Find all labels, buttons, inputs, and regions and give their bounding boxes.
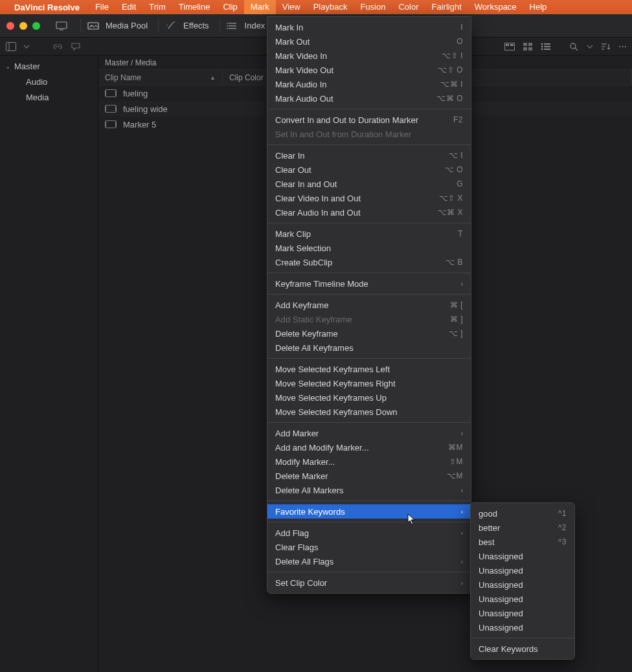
menu-item-unassigned[interactable]: Unassigned: [471, 592, 574, 606]
maximize-window-button[interactable]: [32, 22, 40, 30]
menu-edit[interactable]: Edit: [115, 0, 142, 14]
menu-fusion[interactable]: Fusion: [354, 0, 392, 14]
app-name[interactable]: DaVinci Resolve: [14, 3, 80, 12]
menu-item-delete-keyframe[interactable]: Delete Keyframe⌥ ]: [267, 326, 471, 341]
menu-trim[interactable]: Trim: [142, 0, 172, 14]
menu-item-create-subclip[interactable]: Create SubClip⌥ B: [267, 255, 471, 269]
menu-item-mark-selection[interactable]: Mark Selection: [267, 241, 471, 255]
shortcut: ⌥ B: [446, 258, 463, 267]
sort-asc-icon: ▲: [210, 74, 216, 81]
menu-clip[interactable]: Clip: [216, 0, 243, 14]
menu-view[interactable]: View: [276, 0, 307, 14]
menu-separator: [267, 500, 471, 501]
menu-item-convert-in-and-out-to-duration-marker[interactable]: Convert In and Out to Duration MarkerF2: [267, 113, 471, 127]
menu-item-move-selected-keyframes-up[interactable]: Move Selected Keyframes Up: [267, 390, 471, 405]
minimize-window-button[interactable]: [19, 22, 27, 30]
menu-item-delete-all-keyframes[interactable]: Delete All Keyframes: [267, 341, 471, 355]
chevron-down-icon[interactable]: [23, 41, 30, 52]
view-grid-button[interactable]: [522, 41, 534, 52]
menu-item-favorite-keywords[interactable]: Favorite Keywords›: [267, 504, 471, 519]
menu-item-keyframe-timeline-mode[interactable]: Keyframe Timeline Mode›: [267, 276, 471, 291]
menu-item-add-and-modify-marker[interactable]: Add and Modify Marker...⌘M: [267, 440, 471, 454]
menu-item-clear-video-in-and-out[interactable]: Clear Video In and Out⌥⇧ X: [267, 191, 471, 205]
menu-workspace[interactable]: Workspace: [468, 0, 523, 14]
menu-item-better[interactable]: better^2: [471, 521, 574, 535]
menu-item-mark-out[interactable]: Mark OutO: [267, 34, 471, 49]
menu-item-label: Clear Flags: [275, 543, 318, 552]
chevron-right-icon: ›: [461, 558, 463, 565]
menu-item-good[interactable]: good^1: [471, 506, 574, 521]
link-icon[interactable]: [52, 41, 63, 52]
menu-item-add-marker[interactable]: Add Marker›: [267, 426, 471, 440]
menubar: DaVinci Resolve FileEditTrimTimelineClip…: [0, 0, 632, 14]
menu-item-label: Mark Out: [275, 37, 310, 47]
menu-item-unassigned[interactable]: Unassigned: [471, 606, 574, 620]
menu-mark[interactable]: Mark: [244, 0, 276, 14]
menu-item-mark-in[interactable]: Mark InI: [267, 20, 471, 34]
sidebar-item-media[interactable]: Media: [0, 89, 98, 105]
menu-item-delete-all-markers[interactable]: Delete All Markers›: [267, 483, 471, 497]
menu-timeline[interactable]: Timeline: [172, 0, 217, 14]
close-window-button[interactable]: [6, 22, 14, 30]
menu-item-set-clip-color[interactable]: Set Clip Color›: [267, 576, 471, 590]
favorite-keywords-submenu: good^1better^2best^3UnassignedUnassigned…: [470, 502, 575, 660]
sidebar-item-audio[interactable]: Audio: [0, 74, 98, 89]
menu-item-mark-video-out[interactable]: Mark Video Out⌥⇧ O: [267, 63, 471, 77]
menu-item-mark-audio-in[interactable]: Mark Audio In⌥⌘ I: [267, 77, 471, 91]
view-list-button[interactable]: [540, 41, 552, 52]
menu-item-add-keyframe[interactable]: Add Keyframe⌘ [: [267, 298, 471, 312]
menu-item-label: Set Clip Color: [275, 578, 327, 588]
sort-button[interactable]: [600, 41, 611, 52]
menu-item-unassigned[interactable]: Unassigned: [471, 549, 574, 563]
menu-separator: [267, 522, 471, 522]
menu-item-modify-marker[interactable]: Modify Marker...⇧M: [267, 454, 471, 469]
menu-item-delete-marker[interactable]: Delete Marker⌥M: [267, 469, 471, 483]
menu-help[interactable]: Help: [523, 0, 554, 14]
bin-sidebar: ⌄ Master AudioMedia: [0, 56, 98, 672]
menu-item-mark-audio-out[interactable]: Mark Audio Out⌥⌘ O: [267, 91, 471, 106]
menu-item-add-flag[interactable]: Add Flag›: [267, 526, 471, 540]
menu-fairlight[interactable]: Fairlight: [425, 0, 468, 14]
menu-item-clear-keywords[interactable]: Clear Keywords: [471, 642, 574, 656]
menu-playback[interactable]: Playback: [307, 0, 354, 14]
menu-item-clear-in-and-out[interactable]: Clear In and OutG: [267, 177, 471, 191]
menu-separator: [267, 422, 471, 423]
menu-item-mark-video-in[interactable]: Mark Video In⌥⇧ I: [267, 49, 471, 63]
menu-item-label: Mark In: [275, 23, 303, 32]
menu-item-best[interactable]: best^3: [471, 535, 574, 549]
chevron-down-icon: ⌄: [5, 63, 13, 70]
chevron-down-icon[interactable]: [587, 41, 593, 52]
menu-item-unassigned[interactable]: Unassigned: [471, 577, 574, 592]
svg-rect-10: [6, 42, 16, 50]
chat-icon[interactable]: [70, 41, 82, 52]
sidebar-item-master[interactable]: ⌄ Master: [0, 58, 98, 74]
chevron-right-icon: ›: [461, 508, 463, 515]
column-clip-name[interactable]: Clip Name ▲: [98, 70, 223, 85]
menu-file[interactable]: File: [89, 0, 115, 14]
shortcut: ⌥ I: [449, 151, 463, 160]
menu-item-clear-in[interactable]: Clear In⌥ I: [267, 148, 471, 162]
menu-item-label: Move Selected Keyframes Left: [275, 364, 390, 374]
menu-color[interactable]: Color: [392, 0, 425, 14]
menu-item-unassigned[interactable]: Unassigned: [471, 620, 574, 634]
menu-item-unassigned[interactable]: Unassigned: [471, 563, 574, 577]
menu-item-label: Clear In and Out: [275, 179, 337, 189]
menu-item-delete-all-flags[interactable]: Delete All Flags›: [267, 554, 471, 568]
effects-button[interactable]: Effects: [165, 21, 213, 30]
view-filmstrip-button[interactable]: [504, 41, 515, 52]
shortcut: F2: [453, 115, 463, 124]
menu-item-move-selected-keyframes-left[interactable]: Move Selected Keyframes Left: [267, 362, 471, 376]
menu-item-move-selected-keyframes-right[interactable]: Move Selected Keyframes Right: [267, 376, 471, 390]
menu-item-clear-flags[interactable]: Clear Flags: [267, 540, 471, 554]
menu-item-clear-out[interactable]: Clear Out⌥ O: [267, 162, 471, 177]
search-button[interactable]: [569, 41, 580, 52]
options-button[interactable]: ⋯: [618, 41, 627, 52]
menu-item-move-selected-keyframes-down[interactable]: Move Selected Keyframes Down: [267, 405, 471, 419]
shortcut: ^3: [558, 537, 567, 546]
index-button[interactable]: Index: [227, 21, 269, 30]
display-toggle[interactable]: [56, 21, 74, 30]
menu-item-clear-audio-in-and-out[interactable]: Clear Audio In and Out⌥⌘ X: [267, 205, 471, 219]
menu-item-mark-clip[interactable]: Mark ClipT: [267, 227, 471, 241]
media-pool-button[interactable]: Media Pool: [87, 21, 152, 30]
panel-layout-button[interactable]: [5, 41, 17, 52]
